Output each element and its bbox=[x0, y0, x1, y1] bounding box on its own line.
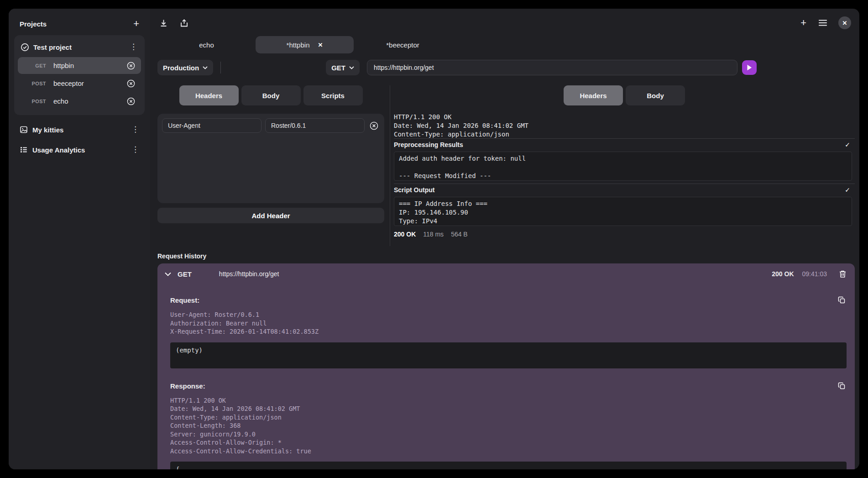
preprocessing-results-header[interactable]: Preprocessing Results ✓ bbox=[394, 138, 855, 151]
header-value-input[interactable] bbox=[265, 118, 365, 133]
tab-beeceptor[interactable]: *beeceptor bbox=[354, 36, 452, 53]
preprocessing-results-output: Added auth header for token: null --- Re… bbox=[394, 152, 852, 181]
tab-echo[interactable]: echo bbox=[157, 36, 256, 53]
sidebar-item-beeceptor[interactable]: POST beeceptor bbox=[18, 75, 141, 92]
project-menu-button[interactable]: ⋮ bbox=[129, 42, 138, 52]
tab-request-headers[interactable]: Headers bbox=[179, 85, 239, 105]
delete-history-button[interactable] bbox=[838, 269, 847, 279]
tab-close-icon[interactable]: ✕ bbox=[318, 42, 323, 48]
kebab-icon: ⋮ bbox=[131, 126, 139, 133]
plus-icon: + bbox=[133, 20, 139, 28]
tab-request-scripts[interactable]: Scripts bbox=[303, 85, 363, 105]
export-button[interactable] bbox=[179, 18, 189, 28]
sidebar-title: Projects bbox=[20, 20, 47, 28]
sidebar-item-httpbin[interactable]: GET httpbin bbox=[18, 57, 141, 74]
chevron-down-icon[interactable] bbox=[165, 272, 171, 276]
history-status: 200 OK bbox=[772, 270, 794, 278]
request-name: echo bbox=[53, 97, 125, 105]
method-label: GET bbox=[331, 64, 345, 72]
history-response-headers: HTTP/1.1 200 OK Date: Wed, 14 Jan 2026 0… bbox=[170, 396, 847, 456]
circle-x-icon bbox=[126, 97, 136, 106]
new-tab-button[interactable]: + bbox=[800, 18, 807, 28]
close-icon: ✕ bbox=[842, 20, 847, 26]
tab-response-body[interactable]: Body bbox=[626, 85, 685, 105]
request-bar: Production GET bbox=[157, 60, 855, 75]
circle-x-icon bbox=[369, 121, 379, 131]
request-label: Request: bbox=[170, 296, 199, 304]
sidebar-item-usage-analytics[interactable]: Usage Analytics ⋮ bbox=[14, 140, 145, 160]
tab-label: *beeceptor bbox=[386, 41, 419, 49]
history-entry-card: GET https://httpbin.org/get 200 OK 09:41… bbox=[157, 263, 855, 469]
list-icon bbox=[20, 146, 28, 154]
project-header[interactable]: Test project ⋮ bbox=[17, 39, 142, 56]
request-history-section: Request History GET https://httpbin.org/… bbox=[157, 251, 855, 469]
tab-label: *httpbin bbox=[287, 41, 310, 49]
add-header-button[interactable]: Add Header bbox=[157, 208, 384, 223]
circle-x-icon bbox=[126, 61, 136, 70]
header-key-input[interactable] bbox=[162, 118, 261, 133]
image-icon bbox=[20, 126, 28, 134]
editor-panels: Headers Body Scripts Add bbox=[157, 85, 855, 246]
project-name: Test project bbox=[33, 43, 125, 51]
history-request-headers: User-Agent: Roster/0.6.1 Authorization: … bbox=[170, 310, 847, 336]
chevron-down-icon bbox=[349, 66, 354, 69]
sidebar-header: Projects + bbox=[14, 16, 145, 35]
play-icon bbox=[747, 64, 752, 71]
copy-response-button[interactable] bbox=[837, 381, 847, 391]
hamburger-icon bbox=[818, 19, 827, 26]
remove-request-button[interactable] bbox=[125, 78, 136, 89]
status-code: 200 OK bbox=[394, 231, 416, 238]
check-icon: ✓ bbox=[845, 141, 850, 148]
response-label-row: Response: bbox=[170, 381, 847, 391]
url-input[interactable] bbox=[367, 60, 737, 75]
trash-icon bbox=[839, 270, 847, 278]
history-entry-header[interactable]: GET https://httpbin.org/get 200 OK 09:41… bbox=[157, 263, 855, 284]
status-duration: 118 ms bbox=[423, 231, 444, 238]
script-output-header[interactable]: Script Output ✓ bbox=[394, 184, 855, 196]
tab-httpbin[interactable]: *httpbin ✕ bbox=[256, 36, 354, 53]
share-icon bbox=[180, 19, 188, 27]
send-request-button[interactable] bbox=[742, 60, 757, 75]
circle-x-icon bbox=[126, 79, 136, 88]
method-dropdown[interactable]: GET bbox=[326, 60, 360, 75]
request-label-row: Request: bbox=[170, 295, 847, 305]
sidebar-item-my-kitties[interactable]: My kitties ⋮ bbox=[14, 120, 145, 140]
tab-strip: echo *httpbin ✕ *beeceptor bbox=[157, 36, 452, 53]
section-title: Preprocessing Results bbox=[394, 141, 463, 148]
import-button[interactable] bbox=[158, 18, 169, 28]
section-title: Script Output bbox=[394, 186, 434, 194]
collection-menu-button[interactable]: ⋮ bbox=[131, 145, 140, 154]
remove-request-button[interactable] bbox=[125, 60, 136, 71]
project-group: Test project ⋮ GET httpbin POST beecepto… bbox=[14, 35, 145, 115]
remove-request-button[interactable] bbox=[125, 96, 136, 107]
app-window: Projects + Test project ⋮ GET httpbin bbox=[9, 9, 859, 469]
kebab-icon: ⋮ bbox=[130, 43, 137, 51]
environment-dropdown[interactable]: Production bbox=[157, 60, 213, 75]
project-check-icon bbox=[21, 43, 29, 52]
script-output-box: === IP Address Info === IP: 195.146.105.… bbox=[394, 197, 852, 226]
request-method-label: GET bbox=[18, 63, 46, 68]
response-panel: Headers Body HTTP/1.1 200 OK Date: Wed, … bbox=[390, 85, 855, 246]
history-entry-body: Request: User-Agent: Roster/0.6.1 Author… bbox=[157, 284, 855, 469]
collection-name: My kitties bbox=[32, 126, 126, 134]
check-icon: ✓ bbox=[845, 186, 850, 194]
request-history-title: Request History bbox=[157, 251, 855, 263]
copy-icon bbox=[838, 296, 846, 304]
menu-button[interactable] bbox=[817, 18, 828, 27]
sidebar-item-echo[interactable]: POST echo bbox=[18, 93, 141, 110]
remove-header-button[interactable] bbox=[368, 120, 380, 131]
tab-request-body[interactable]: Body bbox=[241, 85, 301, 105]
request-editor-tabs: Headers Body Scripts bbox=[157, 85, 384, 105]
copy-request-button[interactable] bbox=[837, 295, 847, 305]
status-size: 564 B bbox=[451, 231, 468, 238]
response-label: Response: bbox=[170, 382, 205, 390]
collection-menu-button[interactable]: ⋮ bbox=[131, 125, 140, 134]
window-close-button[interactable]: ✕ bbox=[838, 16, 851, 29]
top-toolbar: + ✕ bbox=[157, 9, 855, 31]
tab-response-headers[interactable]: Headers bbox=[564, 85, 623, 105]
copy-icon bbox=[838, 382, 846, 390]
sidebar: Projects + Test project ⋮ GET httpbin bbox=[9, 9, 150, 469]
request-editor-panel: Headers Body Scripts Add bbox=[157, 85, 384, 246]
add-project-button[interactable]: + bbox=[132, 19, 140, 29]
response-status-row: 200 OK 118 ms 564 B bbox=[394, 231, 855, 238]
